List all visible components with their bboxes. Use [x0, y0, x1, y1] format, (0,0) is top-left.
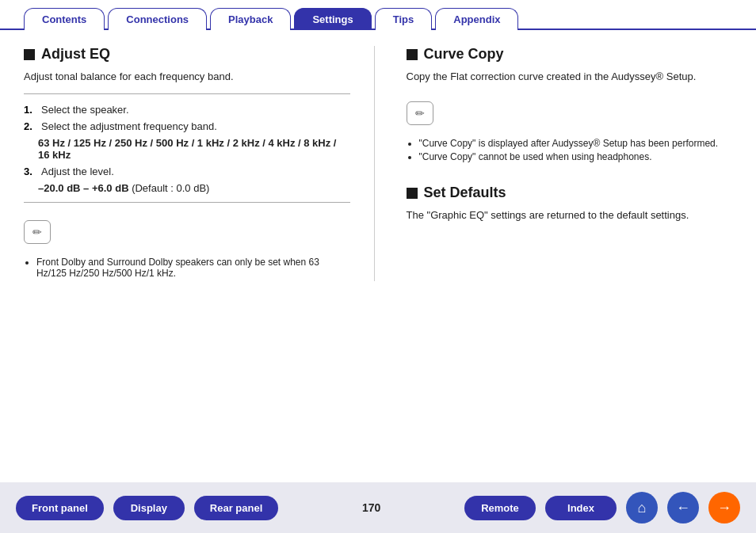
main-content: Adjust EQ Adjust tonal balance for each …	[0, 30, 756, 297]
back-button[interactable]: ←	[667, 492, 699, 523]
tab-playback[interactable]: Playback	[210, 8, 291, 30]
right-column: Curve Copy Copy the Flat correction curv…	[399, 46, 733, 281]
bottom-nav-right: Remote Index ⌂ ← →	[464, 492, 740, 523]
steps-list: 1. Select the speaker. 2. Select the adj…	[24, 104, 350, 194]
set-defaults-description: The "Graphic EQ" settings are returned t…	[407, 209, 733, 221]
page-number: 170	[362, 501, 380, 514]
tab-settings[interactable]: Settings	[294, 8, 371, 30]
tab-contents[interactable]: Contents	[24, 8, 105, 30]
curve-copy-description: Copy the Flat correction curve created i…	[407, 70, 733, 82]
note-box: ✏	[24, 220, 51, 244]
rear-panel-button[interactable]: Rear panel	[194, 496, 278, 520]
step-1: 1. Select the speaker.	[24, 104, 350, 116]
curve-copy-section: Curve Copy Copy the Flat correction curv…	[407, 46, 733, 162]
tab-connections[interactable]: Connections	[108, 8, 207, 30]
step-3-range: –20.0 dB – +6.0 dB (Default : 0.0 dB)	[24, 182, 350, 194]
note-item-1: Front Dolby and Surround Dolby speakers …	[36, 257, 350, 279]
pencil-icon-2: ✏	[415, 107, 425, 120]
curve-copy-note-box: ✏	[407, 101, 433, 125]
step-2: 2. Select the adjustment frequency band.	[24, 120, 350, 132]
bottom-navigation: Front panel Display Rear panel 170 Remot…	[0, 482, 756, 533]
set-defaults-section: Set Defaults The "Graphic EQ" settings a…	[407, 185, 733, 221]
top-navigation: Contents Connections Playback Settings T…	[0, 0, 756, 30]
curve-copy-notes: "Curve Copy" is displayed after Audyssey…	[407, 138, 733, 162]
curve-copy-title: Curve Copy	[407, 46, 733, 63]
step-2-freq: 63 Hz / 125 Hz / 250 Hz / 500 Hz / 1 kHz…	[24, 137, 350, 161]
adjust-eq-description: Adjust tonal balance for each frequency …	[24, 70, 350, 82]
pencil-icon: ✏	[32, 226, 42, 238]
curve-copy-note-1: "Curve Copy" is displayed after Audyssey…	[419, 138, 733, 149]
set-defaults-title: Set Defaults	[407, 185, 733, 201]
step-3: 3. Adjust the level.	[24, 166, 350, 177]
next-button[interactable]: →	[708, 492, 740, 523]
front-panel-button[interactable]: Front panel	[16, 496, 104, 520]
left-column: Adjust EQ Adjust tonal balance for each …	[24, 46, 375, 281]
bottom-nav-left: Front panel Display Rear panel	[16, 496, 278, 520]
remote-button[interactable]: Remote	[464, 496, 536, 520]
adjust-eq-title: Adjust EQ	[24, 46, 350, 63]
display-button[interactable]: Display	[113, 496, 185, 520]
home-button[interactable]: ⌂	[626, 492, 658, 523]
tab-appendix[interactable]: Appendix	[435, 8, 518, 30]
tab-tips[interactable]: Tips	[375, 8, 433, 30]
index-button[interactable]: Index	[545, 496, 617, 520]
note-list: Front Dolby and Surround Dolby speakers …	[24, 257, 350, 279]
curve-copy-note-2: "Curve Copy" cannot be used when using h…	[419, 151, 733, 162]
